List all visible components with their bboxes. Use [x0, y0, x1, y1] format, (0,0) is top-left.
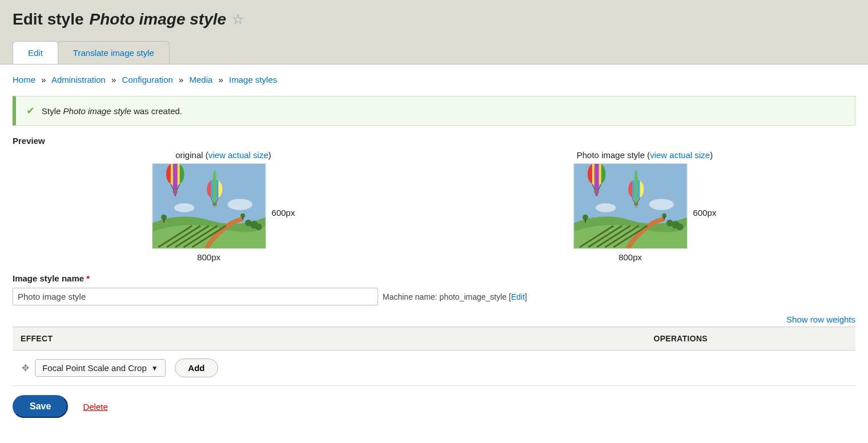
breadcrumb-administration[interactable]: Administration: [51, 75, 106, 84]
machine-name-display: Machine name: photo_image_style [Edit]: [383, 292, 527, 301]
image-style-name-input[interactable]: [13, 288, 378, 305]
status-suffix: was created.: [134, 106, 182, 116]
preview-original-link[interactable]: view actual size: [208, 150, 268, 160]
status-message: ✔ Style Photo image style was created.: [13, 96, 855, 126]
tab-translate[interactable]: Translate image style: [58, 41, 170, 64]
breadcrumb-configuration[interactable]: Configuration: [122, 75, 173, 84]
delete-link[interactable]: Delete: [83, 402, 107, 412]
preview-label: Preview: [13, 136, 855, 146]
table-row: ✥ Focal Point Scale and Crop ▼ Add: [13, 351, 855, 386]
preview-original-image: [152, 163, 266, 249]
breadcrumb: Home » Administration » Configuration » …: [13, 75, 855, 84]
save-button[interactable]: Save: [13, 395, 68, 418]
machine-name-edit-link[interactable]: Edit: [511, 292, 525, 301]
checkmark-icon: ✔: [26, 104, 35, 117]
add-button[interactable]: Add: [175, 359, 218, 377]
page-title: Edit style Photo image style ☆: [13, 10, 855, 29]
preview-original-width: 800px: [152, 252, 266, 262]
image-style-name-label: Image style name *: [13, 273, 855, 283]
preview-original-label: original: [175, 150, 203, 160]
chevron-down-icon: ▼: [151, 364, 158, 372]
breadcrumb-image-styles[interactable]: Image styles: [229, 75, 277, 84]
show-row-weights-link[interactable]: Show row weights: [786, 315, 855, 324]
star-icon[interactable]: ☆: [232, 11, 244, 27]
drag-handle-icon[interactable]: ✥: [18, 363, 33, 373]
effects-header-operations: OPERATIONS: [645, 327, 855, 351]
effects-table: EFFECT OPERATIONS ✥ Focal Point Scale an…: [13, 327, 855, 386]
primary-tabs: Edit Translate image style: [13, 41, 855, 64]
breadcrumb-home[interactable]: Home: [13, 75, 35, 84]
status-style-name: Photo image style: [63, 106, 131, 116]
page-title-style-name: Photo image style: [89, 10, 226, 29]
page-title-prefix: Edit style: [13, 10, 83, 29]
tab-edit[interactable]: Edit: [13, 41, 58, 64]
preview-styled-link[interactable]: view actual size: [650, 150, 710, 160]
preview-styled-height: 600px: [693, 208, 717, 218]
effect-select[interactable]: Focal Point Scale and Crop ▼: [35, 359, 166, 377]
breadcrumb-media[interactable]: Media: [190, 75, 213, 84]
status-prefix: Style: [42, 106, 61, 116]
preview-styled-label: Photo image style: [577, 150, 645, 160]
preview-original: original (view actual size) 800px 600px: [152, 150, 295, 262]
preview-styled-width: 800px: [573, 252, 688, 262]
preview-original-height: 600px: [272, 208, 295, 218]
effects-header-effect: EFFECT: [13, 327, 645, 351]
preview-styled: Photo image style (view actual size) 800…: [573, 150, 717, 262]
preview-styled-image: [573, 163, 688, 249]
